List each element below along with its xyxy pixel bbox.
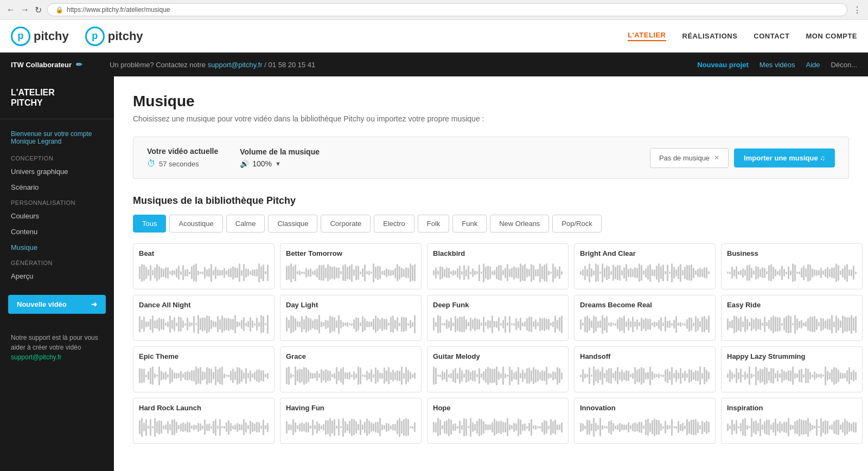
- waveform: [139, 416, 269, 438]
- music-card[interactable]: Innovation: [574, 398, 716, 444]
- music-card-title: Hope: [433, 404, 563, 412]
- forward-button[interactable]: →: [21, 5, 29, 15]
- current-video-label: Votre vidéo actuelle: [147, 147, 218, 156]
- waveform: [727, 262, 857, 283]
- volume-section: Volume de la musique 🔊 100% ▼: [240, 147, 320, 168]
- music-card-title: Better Tomorrow: [286, 249, 416, 257]
- music-card[interactable]: Deep Funk: [427, 295, 569, 341]
- nav-atelier[interactable]: L'ATELIER: [628, 31, 666, 41]
- help-link[interactable]: Aide: [806, 61, 820, 69]
- music-card[interactable]: Hope: [427, 398, 569, 444]
- waveform: [727, 365, 857, 386]
- filter-new-orleans[interactable]: New Orleans: [490, 215, 549, 233]
- filter-tabs: Tous Acoustique Calme Classique Corporat…: [133, 215, 849, 233]
- volume-value-row: 🔊 100% ▼: [240, 159, 320, 168]
- sidebar-brand: L'ATELIERPITCHY: [0, 87, 114, 119]
- sidebar: L'ATELIERPITCHY Bienvenue sur votre comp…: [0, 76, 114, 471]
- music-card[interactable]: Beat: [133, 243, 275, 289]
- logo-icon: p: [11, 27, 30, 46]
- new-video-button[interactable]: Nouvelle vidéo: [8, 295, 106, 314]
- filter-folk[interactable]: Folk: [418, 215, 450, 233]
- reload-button[interactable]: ↻: [35, 5, 42, 15]
- clock-icon: ⏱: [147, 159, 156, 169]
- music-card[interactable]: Bright And Clear: [574, 243, 716, 289]
- support-info: Un problème? Contactez notre support@pit…: [110, 61, 315, 69]
- waveform: [433, 365, 563, 386]
- no-music-label: Pas de musique: [659, 154, 710, 162]
- close-icon: ✕: [714, 154, 719, 162]
- music-card[interactable]: Dance All Night: [133, 295, 275, 341]
- volume-percent: 100%: [252, 159, 272, 168]
- sidebar-brand-title: L'ATELIERPITCHY: [11, 87, 103, 108]
- filter-funk[interactable]: Funk: [452, 215, 487, 233]
- music-card[interactable]: Better Tomorrow: [280, 243, 422, 289]
- nav-contact[interactable]: CONTACT: [754, 32, 789, 40]
- waveform: [286, 416, 416, 438]
- music-card[interactable]: Hard Rock Launch: [133, 398, 275, 444]
- sidebar-item-scenario[interactable]: Scénario: [0, 179, 114, 195]
- deconnect-link[interactable]: Décon...: [831, 61, 857, 69]
- filter-acoustique[interactable]: Acoustique: [169, 215, 222, 233]
- new-project-link[interactable]: Nouveau projet: [697, 61, 749, 69]
- sidebar-section-personnalisation: Personnalisation: [0, 195, 114, 208]
- waveform: [286, 313, 416, 335]
- music-card[interactable]: Having Fun: [280, 398, 422, 444]
- waveform: [727, 416, 857, 438]
- music-card-title: Deep Funk: [433, 301, 563, 309]
- filter-corporate[interactable]: Corporate: [321, 215, 371, 233]
- music-card[interactable]: Easy Ride: [721, 295, 863, 341]
- support-email[interactable]: support@pitchy.fr: [11, 353, 61, 361]
- filter-tous[interactable]: Tous: [133, 215, 166, 233]
- music-card-title: Dreams Become Real: [580, 301, 710, 309]
- waveform: [580, 313, 710, 335]
- nav-realisations[interactable]: RÉALISATIONS: [682, 32, 738, 40]
- volume-dropdown-icon[interactable]: ▼: [275, 160, 281, 167]
- settings-button[interactable]: ⋮: [853, 5, 861, 15]
- support-text: Notre support est là pour vous aider à c…: [11, 334, 98, 351]
- music-card[interactable]: Happy Lazy Strumming: [721, 346, 863, 392]
- music-card[interactable]: Inspiration: [721, 398, 863, 444]
- filter-electro[interactable]: Electro: [374, 215, 414, 233]
- music-card-title: Easy Ride: [727, 301, 857, 309]
- logo-primary[interactable]: p pitchy: [11, 27, 69, 46]
- filter-pop-rock[interactable]: Pop/Rock: [552, 215, 601, 233]
- my-videos-link[interactable]: Mes vidéos: [760, 61, 795, 69]
- username: Monique Legrand: [11, 138, 103, 145]
- music-card-title: Bright And Clear: [580, 249, 710, 257]
- music-card-title: Grace: [286, 352, 416, 360]
- sidebar-item-contenu[interactable]: Contenu: [0, 224, 114, 240]
- waveform: [139, 262, 269, 283]
- sidebar-item-univers[interactable]: Univers graphique: [0, 164, 114, 179]
- sidebar-welcome: Bienvenue sur votre compte Monique Legra…: [0, 125, 114, 151]
- waveform: [727, 313, 857, 335]
- url-bar[interactable]: 🔒 https://www.pitchy.fr/atelier/musique: [47, 3, 847, 16]
- music-card[interactable]: Day Light: [280, 295, 422, 341]
- pencil-icon[interactable]: ✏: [76, 60, 82, 69]
- nav-mon-compte[interactable]: MON COMPTE: [806, 32, 857, 40]
- music-card[interactable]: Business: [721, 243, 863, 289]
- sidebar-item-musique[interactable]: Musique: [0, 240, 114, 255]
- no-music-button[interactable]: Pas de musique ✕: [650, 148, 729, 168]
- video-bar-actions: Pas de musique ✕ Importer une musique ♫: [650, 148, 835, 168]
- music-card-title: Blackbird: [433, 249, 563, 257]
- waveform: [139, 313, 269, 335]
- sidebar-item-couleurs[interactable]: Couleurs: [0, 208, 114, 224]
- volume-icon: 🔊: [240, 159, 249, 168]
- music-card[interactable]: Guitar Melody: [427, 346, 569, 392]
- filter-calme[interactable]: Calme: [226, 215, 265, 233]
- sidebar-item-apercu[interactable]: Aperçu: [0, 268, 114, 284]
- music-card-title: Inspiration: [727, 404, 857, 412]
- import-music-button[interactable]: Importer une musique ♫: [734, 149, 835, 167]
- top-navigation: p pitchy p pitchy L'ATELIER RÉALISATIONS…: [0, 20, 868, 53]
- music-card[interactable]: Epic Theme: [133, 346, 275, 392]
- music-card[interactable]: Blackbird: [427, 243, 569, 289]
- filter-classique[interactable]: Classique: [268, 215, 317, 233]
- import-label: Importer une musique ♫: [744, 154, 825, 162]
- music-card-title: Guitar Melody: [433, 352, 563, 360]
- logo-secondary[interactable]: p pitchy: [85, 27, 143, 46]
- music-card[interactable]: Handsoff: [574, 346, 716, 392]
- music-card[interactable]: Dreams Become Real: [574, 295, 716, 341]
- support-email-link[interactable]: support@pitchy.fr: [208, 61, 263, 69]
- music-card[interactable]: Grace: [280, 346, 422, 392]
- back-button[interactable]: ←: [7, 5, 15, 15]
